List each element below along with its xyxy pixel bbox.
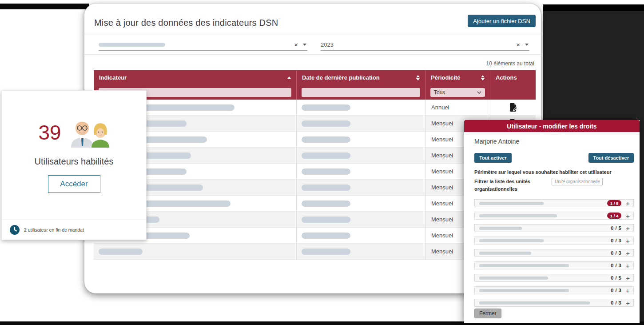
table-row: Annuel — [94, 100, 536, 116]
clear-icon[interactable]: × — [294, 41, 298, 48]
activate-all-button[interactable]: Tout activer — [474, 153, 512, 163]
sort-both-icon[interactable] — [416, 75, 420, 80]
org-unit-row[interactable]: 0 / 3 + — [474, 299, 634, 307]
rights-count-badge: 1 / 4 — [607, 213, 622, 219]
org-unit-placeholder-bar — [479, 202, 544, 205]
users-illustration — [68, 117, 110, 148]
date-placeholder-bar — [302, 201, 350, 207]
deactivate-all-button[interactable]: Tout désactiver — [588, 153, 634, 163]
expand-plus-icon[interactable]: + — [626, 250, 630, 257]
org-unit-row[interactable]: 0 / 5 + — [474, 224, 634, 232]
org-unit-placeholder-bar — [479, 239, 544, 242]
edit-file-icon[interactable] — [509, 103, 517, 112]
expand-plus-icon[interactable]: + — [626, 275, 630, 281]
authorized-users-card: 39 Utilisateurs habilité — [1, 90, 147, 240]
column-header-indicateur[interactable]: Indicateur — [94, 70, 297, 85]
access-button[interactable]: Accéder — [48, 175, 100, 193]
org-unit-placeholder-bar — [479, 277, 548, 280]
card-divider — [2, 219, 146, 220]
clock-icon — [10, 225, 20, 235]
close-button[interactable]: Fermer — [474, 309, 501, 318]
org-unit-row[interactable]: 0 / 3 + — [474, 237, 634, 245]
expand-plus-icon[interactable]: + — [626, 200, 630, 207]
users-card-label: Utilisateurs habilités — [2, 156, 146, 167]
date-placeholder-bar — [302, 152, 350, 159]
top-black-strip — [0, 4, 89, 9]
header-divider — [84, 34, 541, 34]
org-unit-placeholder-bar — [479, 301, 590, 305]
org-unit-placeholder-bar — [479, 214, 557, 217]
org-unit-row[interactable]: 0 / 3 + — [474, 249, 634, 257]
expand-plus-icon[interactable]: + — [626, 262, 630, 269]
users-count: 39 — [38, 120, 61, 144]
rights-count: 0 / 3 — [611, 250, 621, 256]
date-placeholder-bar — [302, 120, 350, 127]
year-filter-select[interactable]: 2023 × — [321, 39, 529, 51]
org-unit-placeholder-bar — [479, 227, 522, 230]
date-placeholder-bar — [302, 233, 350, 239]
expand-plus-icon[interactable]: + — [626, 300, 630, 306]
page-title: Mise à jour des données des indicateurs … — [94, 18, 278, 28]
clear-icon[interactable]: × — [516, 41, 520, 48]
indicator-placeholder-bar — [99, 249, 143, 255]
indicator-filter-placeholder-bar — [99, 43, 165, 47]
date-placeholder-bar — [302, 104, 350, 111]
total-count-label: 10 éléments au total. — [486, 60, 536, 67]
expand-plus-icon[interactable]: + — [626, 237, 630, 244]
mandate-ending-label: 2 utilisateur en fin de mandat — [24, 227, 84, 233]
date-placeholder-bar — [302, 169, 350, 175]
modal-user-name: Marjorie Antoine — [474, 138, 519, 145]
screenshot-canvas: Mise à jour des données des indicateurs … — [0, 0, 644, 325]
rights-count: 0 / 5 — [611, 275, 621, 281]
sort-asc-icon[interactable] — [287, 76, 291, 79]
expand-plus-icon[interactable]: + — [626, 225, 630, 232]
periodicite-filter-select[interactable]: Tous — [430, 88, 485, 97]
date-placeholder-bar — [302, 136, 350, 143]
rights-count-badge: 1 / 5 — [607, 200, 622, 206]
date-placeholder-bar — [302, 217, 350, 223]
expand-plus-icon[interactable]: + — [626, 213, 630, 219]
sort-both-icon[interactable] — [481, 75, 485, 80]
column-header-date-publication[interactable]: Date de dernière publication — [297, 70, 425, 85]
right-dark-panel-top-band — [543, 4, 644, 11]
rights-count: 0 / 3 — [611, 288, 621, 293]
modal-title: Utilisateur - modifier les droits — [464, 120, 640, 132]
chevron-down-icon — [477, 91, 481, 94]
indicator-filter-select[interactable]: × — [99, 39, 307, 51]
date-placeholder-bar — [302, 185, 350, 191]
card-hero: 39 — [2, 117, 146, 148]
column-header-actions: Actions — [490, 70, 536, 85]
org-unit-row[interactable]: 1 / 5 + — [474, 199, 634, 207]
edit-rights-modal: Utilisateur - modifier les droits Marjor… — [464, 120, 640, 323]
column-header-periodicite[interactable]: Périodicité — [425, 70, 490, 85]
year-filter-value: 2023 — [321, 41, 334, 48]
filters-divider — [84, 54, 541, 55]
org-unit-placeholder-bar — [479, 289, 569, 292]
chevron-down-icon[interactable] — [525, 44, 529, 46]
periodicite-value: Annuel — [425, 100, 490, 115]
add-dsn-file-button[interactable]: Ajouter un fichier DSN — [468, 15, 536, 27]
org-unit-row[interactable]: 0 / 5 + — [474, 274, 634, 282]
chevron-down-icon[interactable] — [303, 44, 306, 46]
org-unit-placeholder-bar — [479, 252, 531, 255]
expand-plus-icon[interactable]: + — [626, 287, 630, 294]
date-placeholder-bar — [302, 249, 350, 255]
table-filter-row: Tous — [94, 85, 536, 100]
rights-count: 0 / 3 — [611, 300, 621, 305]
perimeter-label: Périmètre sur lequel vous souhaitez habi… — [474, 169, 612, 175]
org-unit-row[interactable]: 0 / 3 + — [474, 261, 634, 269]
rights-count: 0 / 3 — [611, 238, 621, 243]
filter-units-label: Filtrer la liste des unités organisation… — [474, 178, 548, 193]
table-header-row: Indicateur Date de dernière publication … — [94, 70, 536, 85]
org-unit-row[interactable]: 0 / 3 + — [474, 286, 634, 294]
rights-count: 0 / 3 — [611, 263, 621, 268]
card-footer: 2 utilisateur en fin de mandat — [10, 225, 84, 235]
org-unit-row[interactable]: 1 / 4 + — [474, 212, 634, 220]
organizational-unit-input[interactable] — [552, 178, 603, 185]
rights-count: 0 / 5 — [611, 225, 621, 231]
date-column-filter-input[interactable] — [302, 88, 420, 97]
org-unit-placeholder-bar — [479, 264, 569, 267]
